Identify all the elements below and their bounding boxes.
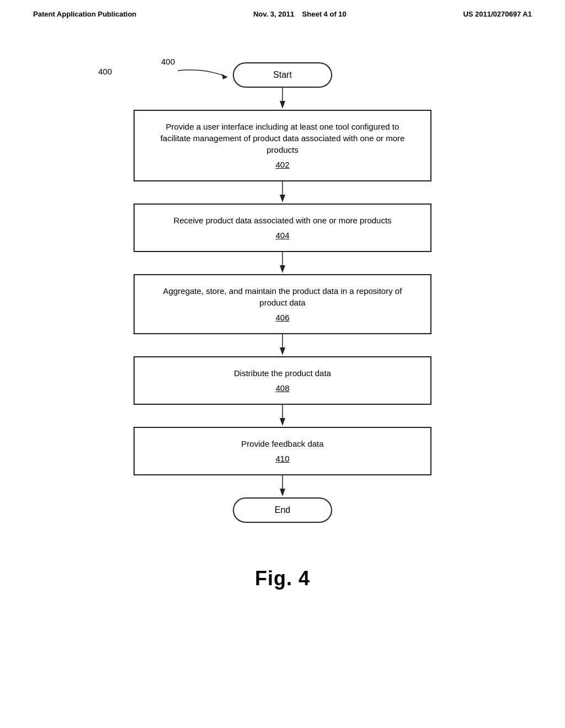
page-header: Patent Application Publication Nov. 3, 2… bbox=[0, 0, 565, 24]
diagram-area: 400 400 Start Provi bbox=[0, 24, 565, 534]
step-406-box: Aggregate, store, and maintain the produ… bbox=[134, 274, 431, 334]
svg-marker-12 bbox=[280, 489, 285, 496]
step-410-box: Provide feedback data 410 bbox=[134, 427, 431, 475]
step-408-box: Distribute the product data 408 bbox=[134, 356, 431, 405]
anchor-arrow bbox=[172, 65, 238, 87]
figure-anchor-label: 400 bbox=[98, 67, 112, 76]
svg-marker-2 bbox=[280, 101, 285, 109]
figure-caption: Fig. 4 bbox=[0, 567, 565, 607]
arrow-5 bbox=[277, 405, 288, 427]
arrow-1 bbox=[277, 88, 288, 110]
step-404-box: Receive product data associated with one… bbox=[134, 204, 431, 252]
arrow-4 bbox=[277, 334, 288, 356]
svg-marker-8 bbox=[280, 347, 285, 355]
svg-marker-4 bbox=[280, 195, 285, 202]
flowchart: 400 Start Provide a user interface inclu… bbox=[117, 62, 448, 523]
arrow-3 bbox=[277, 252, 288, 274]
svg-marker-6 bbox=[280, 265, 285, 273]
header-patent-number: US 2011/0270697 A1 bbox=[463, 10, 532, 18]
end-shape: End bbox=[233, 497, 332, 523]
arrow-6 bbox=[277, 475, 288, 497]
header-publication: Patent Application Publication bbox=[33, 10, 136, 18]
step-402-box: Provide a user interface including at le… bbox=[134, 110, 431, 181]
arrow-2 bbox=[277, 181, 288, 204]
start-shape: Start bbox=[233, 62, 332, 88]
header-date-sheet: Nov. 3, 2011 Sheet 4 of 10 bbox=[253, 10, 347, 18]
svg-marker-10 bbox=[280, 418, 285, 426]
